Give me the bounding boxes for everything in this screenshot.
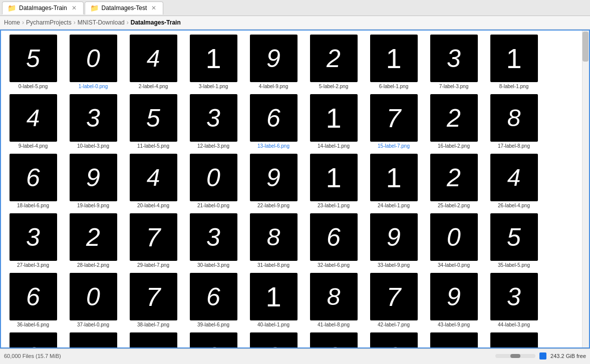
image-thumbnail: 7 bbox=[370, 94, 418, 142]
h-scroll-track[interactable] bbox=[495, 354, 535, 358]
list-item[interactable]: 021-label-0.png bbox=[183, 152, 243, 211]
image-thumbnail: 6 bbox=[190, 273, 237, 320]
image-label: 38-label-7.png bbox=[137, 322, 169, 327]
breadcrumb: Home › PycharmProjects › MNIST-Download … bbox=[0, 16, 590, 30]
list-item[interactable]: 114-label-1.png bbox=[304, 92, 364, 152]
list-item[interactable]: 535-label-5.png bbox=[484, 211, 544, 271]
list-item[interactable]: 752-label-7.png bbox=[424, 330, 484, 347]
image-label: 27-label-3.png bbox=[17, 262, 49, 268]
list-item[interactable]: 933-label-9.png bbox=[364, 211, 424, 271]
list-item[interactable]: 922-label-9.png bbox=[243, 152, 304, 211]
list-item[interactable]: 636-label-6.png bbox=[3, 271, 63, 330]
list-item[interactable]: 420-label-4.png bbox=[123, 152, 183, 211]
list-item[interactable]: 051-label-0.png bbox=[364, 330, 424, 347]
tab-train[interactable]: 📁 DataImages-Train ✕ bbox=[2, 2, 84, 15]
list-item[interactable]: 729-label-7.png bbox=[123, 211, 183, 271]
tab-test[interactable]: 📁 DataImages-Test ✕ bbox=[85, 2, 164, 15]
list-item[interactable]: 94-label-9.png bbox=[243, 33, 304, 92]
image-thumbnail: 7 bbox=[130, 273, 177, 320]
folder-icon: 📁 bbox=[8, 4, 16, 12]
image-thumbnail: 6 bbox=[10, 273, 57, 320]
list-item[interactable]: 632-label-6.png bbox=[304, 211, 364, 271]
scrollbar-vertical[interactable] bbox=[582, 31, 589, 347]
folder-icon-2: 📁 bbox=[90, 4, 99, 12]
image-thumbnail: 3 bbox=[10, 213, 57, 261]
sep-3: › bbox=[127, 19, 129, 26]
list-item[interactable]: 639-label-6.png bbox=[183, 271, 243, 330]
list-item[interactable]: 943-label-9.png bbox=[424, 271, 484, 330]
list-item[interactable]: 225-label-2.png bbox=[424, 152, 484, 211]
image-label: 32-label-6.png bbox=[318, 262, 350, 268]
list-item[interactable]: 312-label-3.png bbox=[183, 92, 243, 152]
list-item[interactable]: 453-label-4.png bbox=[484, 330, 544, 347]
list-item[interactable]: 344-label-3.png bbox=[484, 271, 544, 330]
list-item[interactable]: 37-label-3.png bbox=[424, 33, 484, 92]
list-item[interactable]: 613-label-6.png bbox=[243, 92, 304, 152]
list-item[interactable]: 124-label-1.png bbox=[364, 152, 424, 211]
list-item[interactable]: 618-label-6.png bbox=[3, 152, 63, 211]
image-thumbnail: 1 bbox=[250, 273, 298, 320]
list-item[interactable]: 919-label-9.png bbox=[63, 152, 123, 211]
image-label: 18-label-6.png bbox=[17, 203, 49, 208]
image-thumbnail: 3 bbox=[70, 94, 117, 142]
list-item[interactable]: 349-label-3.png bbox=[243, 330, 304, 347]
list-item[interactable]: 846-label-8.png bbox=[63, 330, 123, 347]
tab-test-close[interactable]: ✕ bbox=[150, 4, 158, 12]
image-label: 22-label-9.png bbox=[257, 203, 289, 208]
breadcrumb-home[interactable]: Home bbox=[4, 19, 20, 26]
file-count: 60,000 Files (15.7 MiB) bbox=[4, 353, 61, 359]
sep-2: › bbox=[74, 19, 76, 26]
free-space: 243.2 GiB free bbox=[550, 353, 586, 359]
list-item[interactable]: 327-label-3.png bbox=[3, 211, 63, 271]
list-item[interactable]: 738-label-7.png bbox=[123, 271, 183, 330]
list-item[interactable]: 310-label-3.png bbox=[63, 92, 123, 152]
list-item[interactable]: 01-label-0.png bbox=[63, 33, 123, 92]
list-item[interactable]: 228-label-2.png bbox=[63, 211, 123, 271]
image-thumbnail: 9 bbox=[250, 154, 298, 201]
list-item[interactable]: 715-label-7.png bbox=[364, 92, 424, 152]
list-item[interactable]: 25-label-2.png bbox=[304, 33, 364, 92]
breadcrumb-mnist[interactable]: MNIST-Download bbox=[78, 19, 125, 26]
list-item[interactable]: 034-label-0.png bbox=[424, 211, 484, 271]
image-thumbnail: 1 bbox=[370, 35, 418, 82]
list-item[interactable]: 831-label-8.png bbox=[243, 211, 304, 271]
list-item[interactable]: 948-label-9.png bbox=[183, 330, 243, 347]
list-item[interactable]: 037-label-0.png bbox=[63, 271, 123, 330]
image-label: 7-label-3.png bbox=[439, 84, 468, 89]
list-item[interactable]: 426-label-4.png bbox=[484, 152, 544, 211]
image-label: 1-label-0.png bbox=[79, 84, 108, 89]
image-thumbnail: 7 bbox=[130, 213, 177, 261]
image-label: 6-label-1.png bbox=[379, 84, 408, 89]
list-item[interactable]: 16-label-1.png bbox=[364, 33, 424, 92]
list-item[interactable]: 742-label-7.png bbox=[364, 271, 424, 330]
list-item[interactable]: 547-label-5.png bbox=[123, 330, 183, 347]
list-item[interactable]: 945-label-9.png bbox=[3, 330, 63, 347]
image-label: 33-label-9.png bbox=[378, 262, 410, 268]
list-item[interactable]: 350-label-3.png bbox=[304, 330, 364, 347]
tab-test-label: DataImages-Test bbox=[102, 5, 147, 12]
list-item[interactable]: 13-label-1.png bbox=[183, 33, 243, 92]
image-thumbnail: 3 bbox=[250, 332, 298, 347]
list-item[interactable]: 216-label-2.png bbox=[424, 92, 484, 152]
list-item[interactable]: 123-label-1.png bbox=[304, 152, 364, 211]
list-item[interactable]: 49-label-4.png bbox=[3, 92, 63, 152]
image-thumbnail: 5 bbox=[490, 213, 538, 261]
image-label: 30-label-3.png bbox=[197, 262, 229, 268]
view-toggle[interactable] bbox=[539, 352, 546, 359]
image-label: 13-label-6.png bbox=[257, 143, 289, 149]
list-item[interactable]: 817-label-8.png bbox=[484, 92, 544, 152]
list-item[interactable]: 511-label-5.png bbox=[123, 92, 183, 152]
list-item[interactable]: 42-label-4.png bbox=[123, 33, 183, 92]
image-thumbnail: 3 bbox=[190, 213, 237, 261]
list-item[interactable]: 18-label-1.png bbox=[484, 33, 544, 92]
tab-train-close[interactable]: ✕ bbox=[70, 4, 78, 12]
list-item[interactable]: 330-label-3.png bbox=[183, 211, 243, 271]
list-item[interactable]: 841-label-8.png bbox=[304, 271, 364, 330]
h-scroll-thumb[interactable] bbox=[510, 354, 520, 358]
list-item[interactable]: 140-label-1.png bbox=[243, 271, 304, 330]
breadcrumb-pycharm[interactable]: PycharmProjects bbox=[26, 19, 72, 26]
horizontal-scrollbar[interactable] bbox=[495, 354, 535, 358]
image-label: 0-label-5.png bbox=[19, 84, 48, 89]
list-item[interactable]: 50-label-5.png bbox=[3, 33, 63, 92]
scrollbar-thumb[interactable] bbox=[582, 32, 588, 62]
